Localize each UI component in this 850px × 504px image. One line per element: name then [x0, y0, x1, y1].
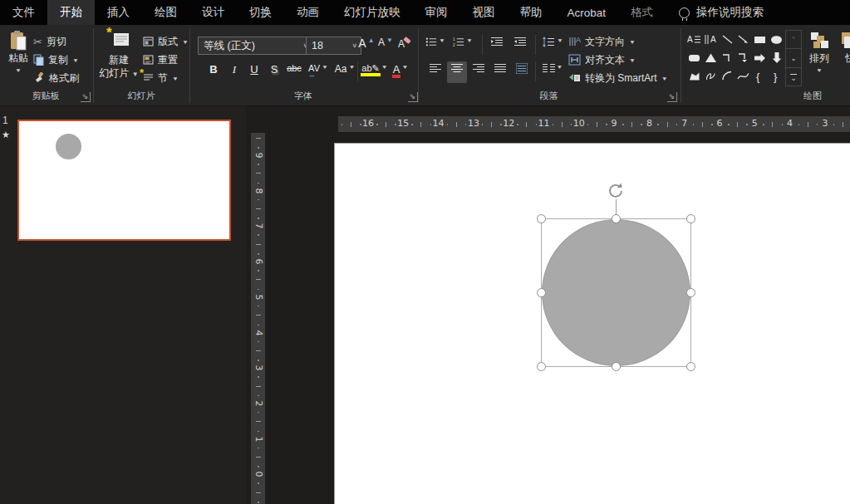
distribute-text-button[interactable]	[512, 61, 532, 83]
align-center-button[interactable]	[447, 61, 467, 83]
arrange-button[interactable]: 排列 ▼	[801, 30, 838, 74]
align-text-button[interactable]: 对齐文本 ▼	[568, 51, 636, 68]
menu-tab-review[interactable]: 审阅	[413, 0, 460, 25]
layout-button[interactable]: 版式 ▼	[143, 33, 189, 50]
shape-rectangle-icon[interactable]	[752, 30, 769, 48]
shape-right-arrow-icon[interactable]	[752, 48, 769, 66]
shape-elbow-connector-icon[interactable]	[719, 48, 735, 66]
gallery-more-button[interactable]: ⌄	[786, 68, 801, 86]
shape-line-icon[interactable]	[719, 30, 735, 48]
chevron-down-icon: ▼	[322, 64, 328, 70]
shape-freeform-icon[interactable]	[686, 66, 703, 85]
quick-styles-button-partial[interactable]: 快	[838, 30, 850, 65]
slide-canvas[interactable]	[334, 143, 850, 504]
bold-button[interactable]: B	[204, 61, 223, 83]
format-painter-button[interactable]: 格式刷	[33, 70, 79, 86]
menu-tab-help[interactable]: 帮助	[508, 0, 555, 25]
numbering-button[interactable]: 12 ▼	[453, 35, 473, 56]
clipboard-dialog-launcher[interactable]: ⇘	[81, 92, 91, 102]
caret-down-icon: ▼	[386, 37, 393, 44]
menu-tab-home[interactable]: 开始	[47, 0, 95, 25]
increase-indent-button[interactable]	[510, 35, 530, 56]
shrink-font-button[interactable]: A▼	[377, 35, 394, 56]
oval-shape[interactable]	[542, 219, 690, 366]
ruler-tick	[258, 341, 259, 343]
change-case-button[interactable]: Aa ▼	[332, 61, 357, 83]
justify-button[interactable]	[490, 61, 510, 83]
chevron-down-icon: ▼	[381, 64, 388, 70]
paste-button[interactable]: 粘贴 ▼	[3, 30, 33, 74]
resize-handle-n[interactable]	[612, 214, 621, 223]
strikethrough-button[interactable]: abc	[283, 61, 305, 83]
shrink-font-label: A	[378, 37, 385, 48]
clear-formatting-button[interactable]: A	[396, 35, 413, 56]
gallery-scroll-down[interactable]: ⌄	[786, 49, 801, 67]
shape-right-brace-icon[interactable]: }	[768, 66, 784, 85]
text-highlight-button[interactable]: ab✎ ▼	[362, 61, 387, 83]
shape-oval-icon[interactable]	[768, 30, 784, 48]
bullets-button[interactable]: ▼	[425, 35, 445, 56]
line-spacing-button[interactable]: ▼	[540, 35, 565, 56]
paragraph-dialog-launcher[interactable]: ⇘	[667, 92, 677, 102]
menu-tab-file[interactable]: 文件	[0, 0, 47, 25]
new-slide-button[interactable]: * 新建 幻灯片 ▼	[98, 30, 140, 79]
copy-button[interactable]: 复制 ▼	[33, 51, 79, 68]
shape-triangle-icon[interactable]	[703, 48, 720, 66]
shape-arc-icon[interactable]	[719, 66, 735, 85]
ruler-tick	[258, 289, 259, 291]
font-dialog-launcher[interactable]: ⇘	[408, 92, 418, 102]
line-spacing-icon	[542, 37, 555, 47]
menu-tab-format[interactable]: 格式	[618, 0, 666, 25]
ruler-tick	[256, 492, 261, 493]
section-button[interactable]: * 节 ▼	[143, 70, 179, 86]
menu-tab-design[interactable]: 设计	[189, 0, 237, 25]
menu-tab-acrobat[interactable]: Acrobat	[555, 0, 619, 25]
tell-me-search[interactable]: 操作说明搜索	[679, 0, 764, 25]
resize-handle-sw[interactable]	[537, 362, 546, 371]
menu-tab-transitions[interactable]: 切换	[237, 0, 284, 25]
shape-elbow-arrow-connector-icon[interactable]	[735, 48, 752, 66]
decrease-indent-button[interactable]	[487, 35, 507, 56]
menu-tab-slideshow[interactable]: 幻灯片放映	[332, 0, 413, 25]
shape-text-box-icon[interactable]: A	[686, 30, 703, 48]
shape-vertical-text-box-icon[interactable]: A	[703, 30, 720, 48]
resize-handle-nw[interactable]	[537, 214, 546, 223]
shape-left-brace-icon[interactable]: {	[752, 66, 769, 85]
underline-button[interactable]: U	[245, 61, 263, 83]
menu-tab-insert[interactable]: 插入	[95, 0, 142, 25]
shape-rounded-rectangle-icon[interactable]	[686, 48, 703, 66]
font-name-combo[interactable]: 等线 (正文) ∨	[198, 37, 312, 55]
grow-font-button[interactable]: A▲	[358, 35, 375, 56]
font-color-button[interactable]: A ▼	[389, 61, 412, 83]
chevron-down-icon: ▼	[182, 38, 189, 44]
slide-1-thumbnail[interactable]	[17, 120, 231, 241]
menu-tab-animations[interactable]: 动画	[284, 0, 332, 25]
resize-handle-s[interactable]	[612, 362, 621, 371]
gallery-scroll-up[interactable]: ⌃	[786, 31, 801, 49]
shape-arrow-icon[interactable]	[735, 30, 752, 48]
reset-button[interactable]: 重置	[143, 51, 178, 68]
hruler-number: 5	[749, 118, 760, 129]
menu-tab-view[interactable]: 视图	[460, 0, 508, 25]
italic-button[interactable]: I	[225, 61, 243, 83]
ruler-tick	[258, 199, 259, 201]
menu-tab-draw[interactable]: 绘图	[142, 0, 189, 25]
columns-button[interactable]: ▼	[540, 61, 565, 83]
cut-button[interactable]: ✂ 剪切	[33, 33, 66, 50]
align-right-button[interactable]	[469, 61, 489, 83]
convert-smartart-button[interactable]: 转换为 SmartArt ▼	[568, 70, 668, 86]
text-shadow-button[interactable]: S	[265, 61, 283, 83]
shape-curve-icon[interactable]	[735, 66, 752, 85]
resize-handle-ne[interactable]	[686, 214, 695, 223]
resize-handle-w[interactable]	[537, 288, 546, 297]
shape-down-arrow-icon[interactable]	[768, 48, 784, 66]
character-spacing-button[interactable]: AV↔ ▼	[306, 61, 331, 83]
rotation-handle[interactable]	[607, 181, 625, 203]
font-size-combo[interactable]: 18 ∨	[306, 37, 361, 55]
text-direction-button[interactable]: A 文字方向 ▼	[568, 33, 636, 50]
resize-handle-e[interactable]	[686, 288, 695, 297]
resize-handle-se[interactable]	[686, 362, 695, 371]
ruler-tick	[256, 173, 261, 174]
align-left-button[interactable]	[425, 61, 445, 83]
shape-scribble-icon[interactable]	[703, 66, 720, 85]
